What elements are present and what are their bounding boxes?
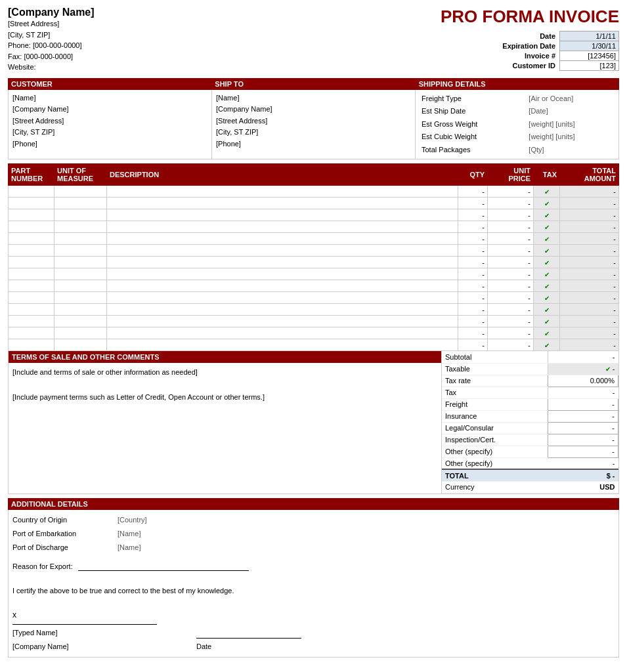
row-cell [9, 209, 54, 221]
discharge-value: [Name] [118, 541, 249, 555]
row-value-cell: - [560, 186, 619, 198]
row-cell [107, 292, 458, 304]
customer-header-wrap: CUSTOMER [8, 78, 211, 90]
totals-table: Subtotal - Taxable ✔ - Tax rate 0.000% T… [442, 351, 618, 494]
totals-section: Subtotal - Taxable ✔ - Tax rate 0.000% T… [442, 351, 619, 494]
certify-text: I certify the above to be true and corre… [12, 584, 615, 598]
freight-value: [Air or Ocean] [527, 93, 615, 106]
row-cell [9, 186, 54, 198]
additional-section: ADDITIONAL DETAILS Country of Origin [Co… [8, 498, 619, 658]
table-row: --✔- [9, 316, 619, 327]
x-label: x [12, 608, 157, 623]
row-cell [9, 268, 54, 280]
customer-col: [Name] [Company Name] [Street Address] [… [9, 90, 212, 159]
row-value-cell: - [458, 198, 488, 209]
tax-check-icon: ✔ [544, 188, 550, 196]
invoice-num-label: Invoice # [500, 51, 559, 61]
row-cell [9, 327, 54, 339]
website: Website: [8, 62, 441, 73]
reason-input[interactable] [78, 562, 249, 571]
table-row: --✔- [9, 198, 619, 209]
tax-check-icon: ✔ [544, 259, 550, 266]
terms-section: TERMS OF SALE AND OTHER COMMENTS [Includ… [8, 351, 442, 494]
tax-check-icon: ✔ [544, 342, 550, 349]
subtotal-value: - [548, 351, 618, 363]
row-value-cell: - [560, 268, 619, 280]
row-value-cell: - [488, 245, 534, 257]
row-cell [107, 209, 458, 221]
packages-value: [Qty] [527, 144, 615, 157]
row-cell [54, 327, 107, 339]
col-header-total: TOTAL AMOUNT [560, 164, 619, 186]
cubic-weight-label: Est Cubic Weight [420, 131, 527, 144]
row-cell [54, 221, 107, 233]
table-row: --✔- [9, 209, 619, 221]
shipto-street: [Street Address] [216, 116, 411, 127]
row-cell [54, 245, 107, 257]
row-value-cell: - [488, 233, 534, 245]
row-value-cell: - [488, 186, 534, 198]
invoice-num-value: [123456] [560, 51, 619, 61]
row-value-cell: - [560, 198, 619, 209]
shipto-name: [Name] [216, 93, 411, 104]
company-name: [Company Name] [8, 7, 441, 18]
table-row: --✔- [9, 280, 619, 292]
row-value-cell: - [458, 221, 488, 233]
row-cell [107, 339, 458, 351]
embarkation-label: Port of Embarkation [12, 527, 118, 541]
tax-check-icon: ✔ [544, 200, 550, 207]
shipping-section-header: SHIPPING DETAILS [416, 78, 619, 90]
tax-rate-value: 0.000% [548, 375, 618, 387]
row-cell [54, 233, 107, 245]
row-cell [107, 198, 458, 209]
additional-grid: Country of Origin [Country] Port of Emba… [12, 513, 615, 555]
table-row: --✔- [9, 233, 619, 245]
sig-line [12, 624, 157, 625]
tax-check-icon: ✔ [544, 212, 550, 219]
date-sig-label: Date [196, 640, 301, 654]
ship-date-label: Est Ship Date [420, 105, 527, 118]
row-cell [54, 304, 107, 316]
row-cell [107, 268, 458, 280]
other1-value: - [548, 446, 618, 457]
date-sig-block: Date [196, 638, 301, 654]
row-value-cell: - [560, 209, 619, 221]
row-value-cell: - [458, 186, 488, 198]
row-cell [9, 245, 54, 257]
row-value-cell: - [560, 304, 619, 316]
other2-label: Other (specify) [442, 457, 548, 469]
row-cell [54, 257, 107, 268]
row-value-cell: - [560, 339, 619, 351]
table-row: --✔- [9, 257, 619, 268]
row-value-cell: - [560, 292, 619, 304]
row-value-cell: - [560, 257, 619, 268]
row-value-cell: - [560, 221, 619, 233]
shipto-phone: [Phone] [216, 138, 411, 150]
row-cell [9, 233, 54, 245]
row-value-cell: - [458, 257, 488, 268]
row-cell [107, 304, 458, 316]
legal-value: - [548, 422, 618, 434]
row-cell [54, 316, 107, 327]
row-value-cell: - [458, 233, 488, 245]
col-header-desc: DESCRIPTION [107, 164, 458, 186]
info-headers-row: CUSTOMER SHIP TO SHIPPING DETAILS [8, 78, 619, 90]
row-value-cell: - [488, 316, 534, 327]
row-value-cell: - [458, 339, 488, 351]
customer-id-value: [123] [560, 61, 619, 71]
city-address: [City, ST ZIP] [8, 30, 441, 41]
inspection-label: Inspection/Cert. [442, 434, 548, 446]
col-header-uom: UNIT OF MEASURE [54, 164, 107, 186]
items-table: PART NUMBER UNIT OF MEASURE DESCRIPTION … [8, 163, 619, 351]
fax: Fax: [000-000-0000] [8, 51, 441, 62]
signature-section: x [Typed Name] [Company Name] Date [12, 608, 615, 654]
total-label: TOTAL [442, 469, 548, 481]
table-row: --✔- [9, 268, 619, 280]
col-header-price: UNIT PRICE [488, 164, 534, 186]
tax-rate-label: Tax rate [442, 375, 548, 387]
table-row: --✔- [9, 186, 619, 198]
tax-check-icon: ✔ [544, 330, 550, 337]
insurance-value: - [548, 410, 618, 422]
row-value-cell: - [488, 327, 534, 339]
origin-value: [Country] [118, 513, 249, 527]
